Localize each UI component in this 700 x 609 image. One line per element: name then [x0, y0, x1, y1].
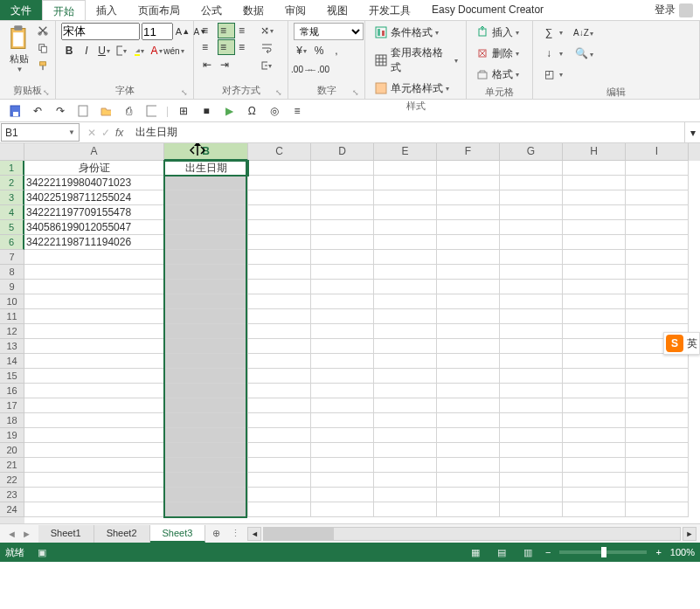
cell[interactable] [500, 354, 563, 369]
cell[interactable] [626, 398, 689, 413]
row-header[interactable]: 18 [0, 413, 24, 428]
zoom-slider[interactable] [559, 550, 647, 554]
cell[interactable] [437, 324, 500, 339]
cell[interactable] [626, 235, 689, 250]
qat-circle-button[interactable]: ◎ [267, 103, 282, 119]
fill-button[interactable]: ↓▾ [538, 44, 565, 63]
tab-formulas[interactable]: 公式 [191, 0, 232, 20]
cell[interactable] [500, 280, 563, 294]
cell[interactable] [500, 384, 563, 398]
cell[interactable] [374, 176, 437, 190]
percent-button[interactable]: % [311, 43, 327, 59]
row-header[interactable]: 16 [0, 384, 24, 398]
login-button[interactable]: 登录 [648, 0, 700, 20]
cell[interactable] [500, 488, 563, 502]
cell[interactable] [311, 384, 374, 398]
align-bottom-button[interactable]: ≡ [236, 23, 253, 38]
sheet-nav-next[interactable]: ► [22, 529, 31, 539]
cell[interactable] [164, 250, 248, 265]
cell[interactable] [248, 384, 311, 398]
cell[interactable] [164, 502, 248, 517]
cell[interactable] [500, 176, 563, 190]
scroll-left-button[interactable]: ◄ [247, 527, 261, 541]
cell[interactable] [164, 309, 248, 324]
cell[interactable] [311, 354, 374, 369]
cell[interactable] [24, 428, 164, 443]
cell[interactable] [248, 161, 311, 176]
cell[interactable] [626, 161, 689, 176]
font-size-select[interactable] [142, 23, 173, 40]
column-header-H[interactable]: H [563, 143, 626, 161]
tab-view[interactable]: 视图 [316, 0, 358, 20]
cell[interactable] [437, 384, 500, 398]
cell[interactable] [437, 205, 500, 220]
cell[interactable] [500, 339, 563, 354]
copy-button[interactable] [35, 40, 51, 56]
column-header-D[interactable]: D [311, 143, 374, 161]
cell[interactable] [374, 220, 437, 235]
insert-function-button[interactable]: fx [115, 127, 123, 139]
cell[interactable] [500, 161, 563, 176]
row-header[interactable]: 9 [0, 280, 24, 294]
cell[interactable] [374, 205, 437, 220]
page-break-view-button[interactable]: ▥ [519, 545, 537, 559]
cell[interactable] [248, 190, 311, 205]
qat-vba-button[interactable] [143, 103, 159, 119]
cell[interactable] [374, 235, 437, 250]
select-all-button[interactable] [0, 143, 24, 161]
cell[interactable] [500, 250, 563, 265]
cell[interactable] [24, 250, 164, 265]
sheet-tab-2[interactable]: Sheet2 [94, 525, 150, 543]
find-select-button[interactable]: 🔍▾ [571, 44, 596, 63]
cell[interactable] [437, 176, 500, 190]
cell[interactable] [374, 413, 437, 428]
cell[interactable] [374, 458, 437, 473]
cell[interactable] [248, 280, 311, 294]
font-color-button[interactable]: A▾ [149, 43, 164, 59]
cell[interactable] [626, 384, 689, 398]
cell[interactable] [311, 339, 374, 354]
cell[interactable] [24, 294, 164, 309]
cell[interactable] [24, 265, 164, 280]
cell[interactable] [500, 235, 563, 250]
cell[interactable] [374, 161, 437, 176]
cell[interactable] [311, 190, 374, 205]
row-header[interactable]: 24 [0, 502, 24, 517]
qat-omega-button[interactable]: Ω [244, 103, 260, 119]
cell[interactable] [248, 354, 311, 369]
cell[interactable] [626, 443, 689, 458]
cell[interactable]: 身份证 [24, 161, 164, 176]
cell[interactable] [311, 458, 374, 473]
cell[interactable] [563, 161, 626, 176]
cell[interactable] [374, 324, 437, 339]
cell[interactable] [311, 502, 374, 517]
sheet-nav-prev[interactable]: ◄ [7, 529, 17, 539]
cell[interactable] [374, 250, 437, 265]
cell[interactable] [437, 488, 500, 502]
tab-developer[interactable]: 开发工具 [358, 0, 421, 20]
cell[interactable] [248, 250, 311, 265]
cell[interactable] [563, 280, 626, 294]
cell[interactable] [311, 443, 374, 458]
cell[interactable] [500, 428, 563, 443]
column-header-B[interactable]: B [164, 143, 248, 161]
cell[interactable] [248, 324, 311, 339]
cancel-formula-button[interactable]: ✕ [87, 127, 96, 139]
cell[interactable] [164, 398, 248, 413]
zoom-out-button[interactable]: − [545, 547, 551, 557]
align-top-button[interactable]: ≡ [199, 23, 217, 38]
cell[interactable] [500, 265, 563, 280]
add-sheet-button[interactable]: ⊕ [205, 528, 226, 539]
cell[interactable] [164, 488, 248, 502]
cell[interactable] [563, 309, 626, 324]
cell[interactable] [311, 280, 374, 294]
qat-undo-button[interactable]: ↶ [30, 103, 45, 119]
tab-easy-doc[interactable]: Easy Document Creator [421, 0, 554, 20]
row-header[interactable]: 13 [0, 339, 24, 354]
cell[interactable] [374, 309, 437, 324]
cell[interactable] [500, 458, 563, 473]
phonetic-button[interactable]: wén▾ [166, 43, 182, 59]
column-header-C[interactable]: C [248, 143, 311, 161]
cell[interactable] [563, 235, 626, 250]
orientation-button[interactable]: ⤭▾ [259, 23, 274, 38]
